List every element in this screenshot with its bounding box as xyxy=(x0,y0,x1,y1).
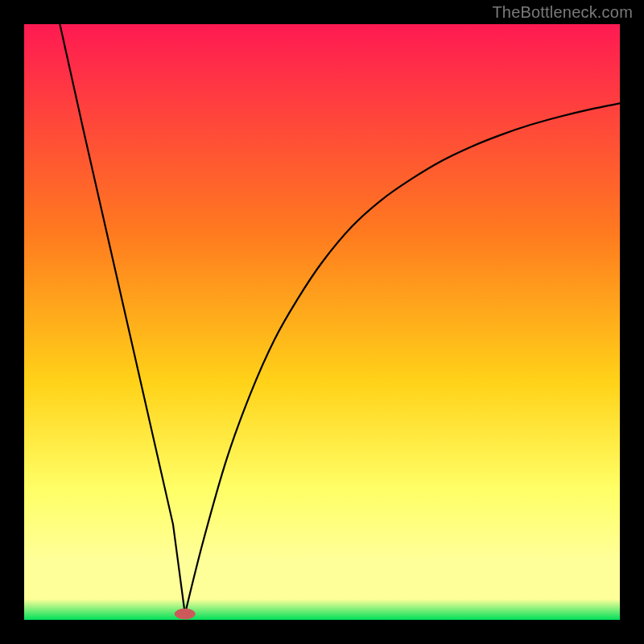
minimum-marker xyxy=(175,609,195,619)
chart-frame: TheBottleneck.com xyxy=(0,0,644,644)
attribution-text: TheBottleneck.com xyxy=(492,3,633,22)
gradient-background xyxy=(24,24,620,620)
bottleneck-chart xyxy=(24,24,620,620)
